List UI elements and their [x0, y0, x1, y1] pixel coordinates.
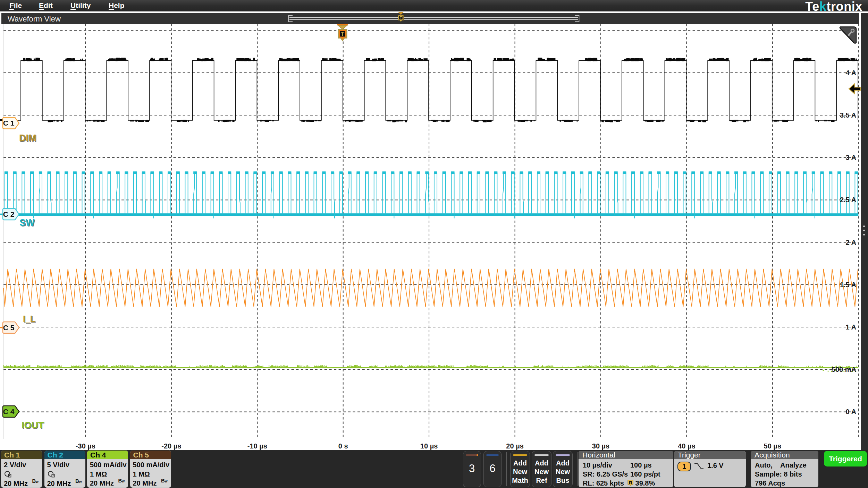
svg-text:T: T	[400, 16, 402, 20]
svg-text:T: T	[630, 481, 632, 484]
